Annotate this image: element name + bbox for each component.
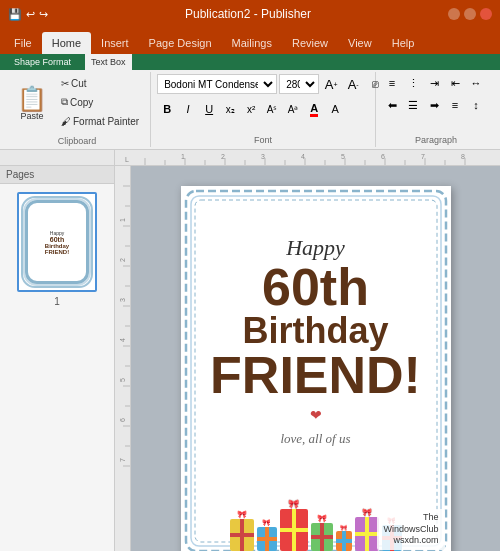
redo-icon[interactable]: ↪ <box>39 8 48 21</box>
clipboard-group: 📋 Paste ✂ Cut ⧉ Copy 🖌 Format Painter Cl… <box>4 72 151 147</box>
giftbox-5 <box>336 531 352 551</box>
svg-text:L: L <box>125 156 129 163</box>
minimize-button[interactable] <box>448 8 460 20</box>
font-color-icon: A <box>310 102 318 117</box>
clipboard-group-content: 📋 Paste ✂ Cut ⧉ Copy 🖌 Format Painter <box>10 74 144 134</box>
close-button[interactable] <box>480 8 492 20</box>
font-group-content: Bodoni MT Condense 280 A+ A- ⎚ B I U x₂ … <box>157 74 369 133</box>
font-name-select[interactable]: Bodoni MT Condense <box>157 74 277 94</box>
font-grow-button[interactable]: A+ <box>321 74 341 94</box>
svg-text:6: 6 <box>119 418 126 422</box>
ltr-button[interactable]: ↔ <box>466 74 486 92</box>
save-icon[interactable]: 💾 <box>8 8 22 21</box>
thumb-friend: FRIEND! <box>45 249 69 255</box>
indent-decrease-button[interactable]: ⇤ <box>445 74 465 92</box>
italic-button[interactable]: I <box>178 99 198 119</box>
giftbox-1 <box>230 519 254 551</box>
tab-help[interactable]: Help <box>382 32 425 54</box>
v-ruler-svg: 1 2 3 4 5 6 7 <box>115 166 131 551</box>
card-love-text: love, all of us <box>280 431 350 447</box>
quick-access-toolbar[interactable]: 💾 ↩ ↪ <box>8 8 48 21</box>
birthday-card[interactable]: Happy 60th Birthday FRIEND! ❤ love, all … <box>181 186 451 551</box>
thumb-page-number: 1 <box>54 296 60 307</box>
svg-text:4: 4 <box>119 338 126 342</box>
svg-text:1: 1 <box>181 153 185 160</box>
format-painter-icon: 🖌 <box>61 116 71 127</box>
cut-button[interactable]: ✂ Cut <box>56 74 144 92</box>
number-list-button[interactable]: ⋮ <box>403 74 423 92</box>
gift-5: 🎀 <box>336 524 352 551</box>
font-color-button[interactable]: A <box>304 99 324 119</box>
tab-review[interactable]: Review <box>282 32 338 54</box>
all-caps-button[interactable]: Aˢ <box>262 99 282 119</box>
copy-button[interactable]: ⧉ Copy <box>56 93 144 111</box>
bow-4: 🎀 <box>317 514 327 523</box>
context-tab-bar: Shape Format Text Box <box>0 54 500 70</box>
svg-text:2: 2 <box>119 258 126 262</box>
align-right-button[interactable]: ➡ <box>424 96 444 114</box>
ruler-svg: L 1 2 3 4 5 6 <box>115 150 500 166</box>
tab-home[interactable]: Home <box>42 32 91 54</box>
tab-page-design[interactable]: Page Design <box>139 32 222 54</box>
font-size-select[interactable]: 280 <box>279 74 319 94</box>
bullet-list-button[interactable]: ≡ <box>382 74 402 92</box>
align-center-button[interactable]: ☰ <box>403 96 423 114</box>
thumb-60th: 60th <box>45 236 69 243</box>
copy-icon: ⧉ <box>61 96 68 108</box>
title-bar: 💾 ↩ ↪ Publication2 - Publisher <box>0 0 500 28</box>
giftbox-3 <box>280 509 308 551</box>
align-left-button[interactable]: ⬅ <box>382 96 402 114</box>
thumb-content: Happy 60th Birthday FRIEND! <box>45 230 69 255</box>
gift-3: 🎀 <box>280 499 308 551</box>
context-tab-text-box[interactable]: Text Box <box>85 54 132 70</box>
ribbon: 📋 Paste ✂ Cut ⧉ Copy 🖌 Format Painter Cl… <box>0 70 500 150</box>
card-text-area: Happy 60th Birthday FRIEND! ❤ love, all … <box>210 206 421 466</box>
svg-rect-0 <box>115 150 500 166</box>
font-name-row: Bodoni MT Condense 280 A+ A- ⎚ <box>157 74 385 94</box>
bow-5: 🎀 <box>340 524 347 531</box>
context-tab-shape-format[interactable]: Shape Format <box>8 54 77 70</box>
card-friend-text: FRIEND! <box>210 349 421 401</box>
superscript-button[interactable]: x² <box>241 99 261 119</box>
card-60th-text: 60th <box>262 261 369 313</box>
tab-file[interactable]: File <box>4 32 42 54</box>
gift-1: 🎀 <box>230 510 254 551</box>
line-spacing-button[interactable]: ↕ <box>466 96 486 114</box>
tab-mailings[interactable]: Mailings <box>222 32 282 54</box>
pages-panel: Pages Happy 60th Birthday FRIEND! 1 <box>0 166 115 551</box>
undo-icon[interactable]: ↩ <box>26 8 35 21</box>
window-controls[interactable] <box>448 8 492 20</box>
page-thumbnail-container[interactable]: Happy 60th Birthday FRIEND! 1 <box>0 184 114 315</box>
align-row: ⬅ ☰ ➡ ≡ ↕ <box>382 96 486 114</box>
font-shrink-button[interactable]: A- <box>343 74 363 94</box>
small-caps-button[interactable]: Aᵃ <box>283 99 303 119</box>
svg-text:3: 3 <box>119 298 126 302</box>
ruler-corner <box>0 150 115 166</box>
bold-button[interactable]: B <box>157 99 177 119</box>
svg-text:5: 5 <box>119 378 126 382</box>
page-thumb-1[interactable]: Happy 60th Birthday FRIEND! <box>17 192 97 292</box>
bow-3: 🎀 <box>288 499 299 509</box>
workspace: Pages Happy 60th Birthday FRIEND! 1 <box>0 166 500 551</box>
paste-button[interactable]: 📋 Paste <box>10 74 54 134</box>
svg-text:7: 7 <box>421 153 425 160</box>
ribbon-tab-bar: File Home Insert Page Design Mailings Re… <box>0 28 500 54</box>
tab-view[interactable]: View <box>338 32 382 54</box>
maximize-button[interactable] <box>464 8 476 20</box>
highlight-button[interactable]: A <box>325 99 345 119</box>
window-title: Publication2 - Publisher <box>48 7 448 21</box>
font-group: Bodoni MT Condense 280 A+ A- ⎚ B I U x₂ … <box>151 72 376 147</box>
underline-button[interactable]: U <box>199 99 219 119</box>
indent-increase-button[interactable]: ⇥ <box>424 74 444 92</box>
watermark: The WindowsClub wsxdn.com <box>377 509 444 550</box>
format-painter-button[interactable]: 🖌 Format Painter <box>56 112 144 130</box>
canvas-area[interactable]: Happy 60th Birthday FRIEND! ❤ love, all … <box>131 166 500 551</box>
font-group-label: Font <box>157 133 369 145</box>
gift-2: 🎀 <box>257 519 277 551</box>
svg-text:3: 3 <box>261 153 265 160</box>
gift-6: 🎀 <box>355 508 379 551</box>
tab-insert[interactable]: Insert <box>91 32 139 54</box>
subscript-button[interactable]: x₂ <box>220 99 240 119</box>
svg-rect-27 <box>115 166 131 551</box>
justify-button[interactable]: ≡ <box>445 96 465 114</box>
